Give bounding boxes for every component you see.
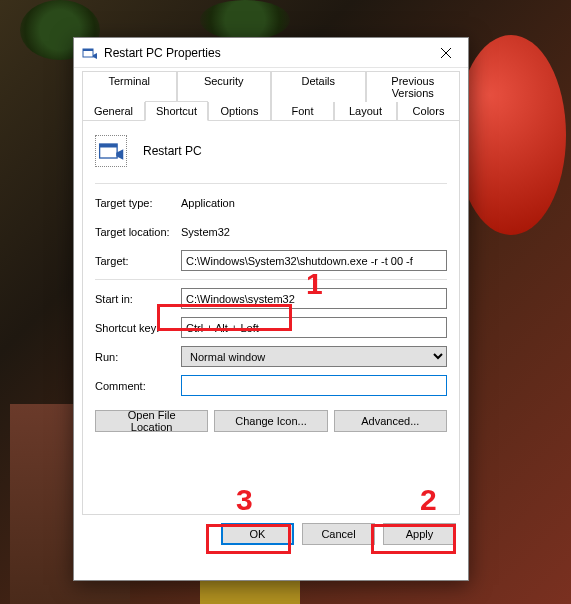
start-in-input[interactable] [181,288,447,309]
tab-general[interactable]: General [82,101,145,120]
properties-dialog: Restart PC Properties Terminal Security … [73,37,469,581]
target-location-value: System32 [181,226,230,238]
tab-font[interactable]: Font [271,101,334,120]
cancel-button[interactable]: Cancel [302,523,375,545]
apply-button[interactable]: Apply [383,523,456,545]
titlebar[interactable]: Restart PC Properties [74,38,468,68]
tab-options[interactable]: Options [208,101,271,120]
target-type-label: Target type: [95,197,181,209]
tab-details[interactable]: Details [271,71,366,102]
start-in-label: Start in: [95,293,181,305]
svg-marker-2 [93,53,97,59]
change-icon-button[interactable]: Change Icon... [214,410,327,432]
tab-colors[interactable]: Colors [397,101,460,120]
close-button[interactable] [423,38,468,67]
run-label: Run: [95,351,181,363]
svg-rect-1 [83,49,93,51]
tab-security[interactable]: Security [177,71,272,102]
tab-strip: Terminal Security Details Previous Versi… [74,68,468,120]
tab-shortcut[interactable]: Shortcut [145,101,208,121]
target-label: Target: [95,255,181,267]
comment-input[interactable] [181,375,447,396]
target-type-value: Application [181,197,235,209]
shortcut-key-label: Shortcut key: [95,322,181,334]
shortcut-key-input[interactable] [181,317,447,338]
comment-label: Comment: [95,380,181,392]
ok-button[interactable]: OK [221,523,294,545]
advanced-button[interactable]: Advanced... [334,410,447,432]
svg-rect-6 [100,144,118,148]
shortcut-icon[interactable] [95,135,127,167]
tab-terminal[interactable]: Terminal [82,71,177,102]
dialog-button-row: OK Cancel Apply [74,523,468,557]
open-file-location-button[interactable]: Open File Location [95,410,208,432]
shortcut-name: Restart PC [143,144,202,158]
tab-panel-shortcut: Restart PC Target type: Application Targ… [82,120,460,515]
target-location-label: Target location: [95,226,181,238]
close-icon [441,48,451,58]
run-select[interactable]: Normal window [181,346,447,367]
tab-previous-versions[interactable]: Previous Versions [366,71,461,102]
tab-layout[interactable]: Layout [334,101,397,120]
window-title: Restart PC Properties [104,46,423,60]
window-icon [82,45,98,61]
target-input[interactable] [181,250,447,271]
